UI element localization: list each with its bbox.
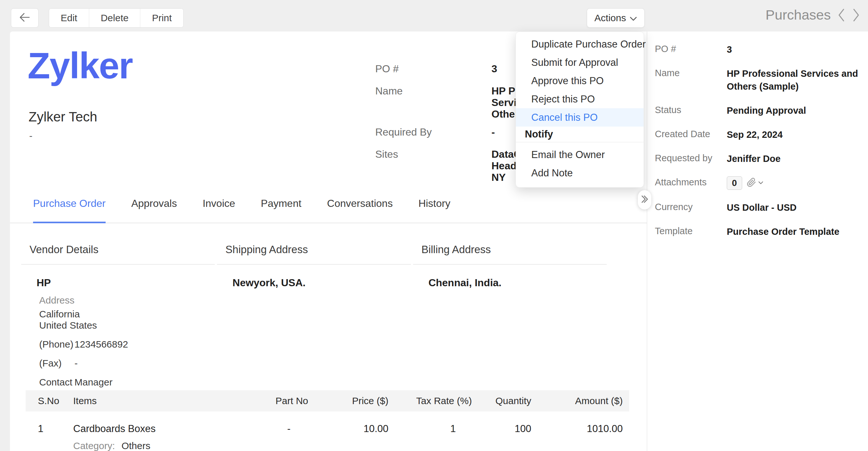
collapse-panel-button[interactable] xyxy=(638,190,651,209)
billing-address-value: Chennai, India. xyxy=(413,265,607,289)
phone-line: (Phone) 1234566892 xyxy=(39,338,215,350)
shipping-address-title: Shipping Address xyxy=(217,243,410,265)
row-tax-rate: 1 xyxy=(395,412,478,451)
table-header-row: S.No Items Part No Price ($) Tax Rate (%… xyxy=(26,390,629,412)
vendor-logo: Zylker xyxy=(28,44,132,87)
tab-purchase-order[interactable]: Purchase Order xyxy=(33,194,105,223)
chevron-down-icon xyxy=(758,180,763,186)
po-number-value: 3 xyxy=(492,63,497,74)
actions-dropdown-menu: Duplicate Purchase Order Submit for Appr… xyxy=(516,31,644,188)
detail-label: PO # xyxy=(655,43,727,54)
contact-line: Contact Manager xyxy=(39,377,215,388)
detail-row-requested-by: Requested by Jeniffer Doe xyxy=(655,152,868,165)
detail-label: Status xyxy=(655,104,727,115)
detail-row-created-date: Created Date Sep 22, 2024 xyxy=(655,128,868,141)
required-by-value: - xyxy=(492,126,495,138)
company-name: Zylker Tech xyxy=(29,109,97,125)
shipping-address-value: Newyork, USA. xyxy=(217,265,410,289)
menu-item-cancel-this-po[interactable]: Cancel this PO xyxy=(516,108,644,126)
header-items: Items xyxy=(61,390,241,412)
menu-separator xyxy=(516,142,644,142)
header-tax-rate: Tax Rate (%) xyxy=(395,390,478,412)
tab-approvals[interactable]: Approvals xyxy=(131,194,177,223)
fax-label: (Fax) xyxy=(39,358,74,369)
detail-row-name: Name HP Professional Services and Others… xyxy=(655,67,868,93)
category-value: Others xyxy=(121,441,150,451)
menu-item-add-note[interactable]: Add Note xyxy=(516,164,644,182)
vendor-name: HP xyxy=(21,265,215,289)
detail-value: Jeniffer Doe xyxy=(727,152,858,165)
menu-item-email-the-owner[interactable]: Email the Owner xyxy=(516,146,644,164)
row-quantity: 100 xyxy=(478,412,538,451)
required-by-label: Required By xyxy=(375,126,432,138)
table-row: 1 Cardboards Boxes Category: Others - 10… xyxy=(26,412,629,451)
paperclip-icon xyxy=(747,178,756,188)
row-item: Cardboards Boxes Category: Others xyxy=(61,412,241,451)
row-amount: 1010.00 xyxy=(538,412,629,451)
attachments-control: 0 xyxy=(727,176,763,190)
billing-address-title: Billing Address xyxy=(413,243,607,265)
vendor-details-section: Vendor Details HP Address California Uni… xyxy=(21,243,215,388)
row-sno: 1 xyxy=(26,412,61,451)
menu-item-duplicate-purchase-order[interactable]: Duplicate Purchase Order xyxy=(516,35,644,53)
attachments-count-button[interactable]: 0 xyxy=(727,176,742,190)
tab-conversations[interactable]: Conversations xyxy=(327,194,393,223)
phone-value: 1234566892 xyxy=(74,338,128,350)
contact-label: Contact xyxy=(39,377,74,388)
purchase-order-page: Edit Delete Print Actions Purchases Zylk… xyxy=(0,0,868,451)
vendor-details-title: Vendor Details xyxy=(21,243,215,265)
menu-item-reject-this-po[interactable]: Reject this PO xyxy=(516,90,644,108)
detail-label: Attachments xyxy=(655,176,727,188)
collection-navigator: Purchases xyxy=(766,7,860,23)
back-button[interactable] xyxy=(11,8,38,28)
delete-button[interactable]: Delete xyxy=(89,9,140,27)
detail-value: Sep 22, 2024 xyxy=(727,128,858,141)
status-badge: Pending Approval xyxy=(727,104,858,117)
edit-button[interactable]: Edit xyxy=(49,9,89,27)
row-price: 10.00 xyxy=(315,412,395,451)
detail-row-attachments: Attachments 0 xyxy=(655,176,868,190)
detail-tabs: Purchase Order Approvals Invoice Payment… xyxy=(10,194,647,223)
address-sections: Vendor Details HP Address California Uni… xyxy=(21,243,607,388)
detail-value: HP Professional Services and Others (Sam… xyxy=(727,67,858,93)
attach-file-button[interactable] xyxy=(747,178,763,188)
double-chevron-right-icon xyxy=(641,195,648,205)
header-price: Price ($) xyxy=(315,390,395,412)
detail-label: Template xyxy=(655,225,727,236)
tab-invoice[interactable]: Invoice xyxy=(203,194,235,223)
tab-payment[interactable]: Payment xyxy=(261,194,302,223)
address-label: Address xyxy=(39,295,215,306)
detail-row-template: Template Purchase Order Template xyxy=(655,225,868,238)
detail-row-status: Status Pending Approval xyxy=(655,104,868,117)
row-part-no: - xyxy=(241,412,315,451)
address-line-1: California xyxy=(39,308,215,320)
phone-label: (Phone) xyxy=(39,338,74,350)
sites-label: Sites xyxy=(375,148,398,160)
detail-label: Name xyxy=(655,67,727,79)
menu-item-submit-for-approval[interactable]: Submit for Approval xyxy=(516,53,644,72)
previous-record-button[interactable] xyxy=(837,8,845,22)
record-actions-group: Edit Delete Print xyxy=(49,8,184,28)
menu-item-approve-this-po[interactable]: Approve this PO xyxy=(516,72,644,90)
fax-line: (Fax) - xyxy=(39,358,215,369)
line-items-table: S.No Items Part No Price ($) Tax Rate (%… xyxy=(26,390,629,451)
vendor-address-block: Address California United States (Phone)… xyxy=(21,289,215,388)
print-button[interactable]: Print xyxy=(140,9,183,27)
chevron-down-icon xyxy=(630,12,637,24)
detail-row-po-number: PO # 3 xyxy=(655,43,868,56)
record-details-panel: PO # 3 Name HP Professional Services and… xyxy=(647,31,868,451)
top-toolbar: Edit Delete Print Actions Purchases xyxy=(0,0,868,31)
shipping-address-section: Shipping Address Newyork, USA. xyxy=(217,243,410,388)
billing-address-section: Billing Address Chennai, India. xyxy=(413,243,607,388)
detail-label: Currency xyxy=(655,201,727,212)
detail-label: Created Date xyxy=(655,128,727,140)
next-record-button[interactable] xyxy=(852,8,860,22)
detail-value: US Dollar - USD xyxy=(727,201,858,214)
fax-value: - xyxy=(74,358,78,369)
actions-dropdown-button[interactable]: Actions xyxy=(587,8,645,28)
actions-button-label: Actions xyxy=(594,12,626,24)
po-name-label: Name xyxy=(375,85,403,97)
detail-label: Requested by xyxy=(655,152,727,163)
tab-history[interactable]: History xyxy=(418,194,451,223)
detail-value: 3 xyxy=(727,43,858,56)
